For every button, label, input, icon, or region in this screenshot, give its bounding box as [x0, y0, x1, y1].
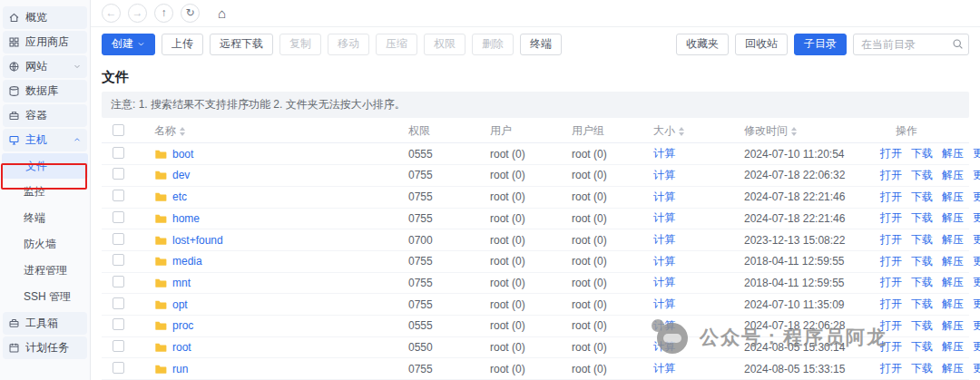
- calc-size-link[interactable]: 计算: [653, 362, 675, 375]
- terminal-button[interactable]: 终端: [520, 34, 562, 55]
- extract-link[interactable]: 解压: [942, 146, 964, 161]
- delete-button[interactable]: 删除: [472, 34, 514, 55]
- calc-size-link[interactable]: 计算: [653, 297, 675, 310]
- calc-size-link[interactable]: 计算: [653, 255, 675, 268]
- sidebar-item-website[interactable]: 网站: [3, 55, 87, 78]
- sidebar-item-monitor[interactable]: 监控: [0, 179, 90, 205]
- move-button[interactable]: 移动: [328, 34, 369, 55]
- extract-link[interactable]: 解压: [942, 361, 964, 376]
- download-link[interactable]: 下载: [911, 146, 933, 161]
- open-link[interactable]: 打开: [880, 210, 902, 226]
- open-link[interactable]: 打开: [880, 361, 902, 376]
- more-link[interactable]: 更多: [973, 210, 980, 226]
- download-link[interactable]: 下载: [911, 210, 933, 226]
- sidebar-item-container[interactable]: 容器: [3, 104, 87, 127]
- row-checkbox[interactable]: [113, 233, 124, 245]
- file-name-link[interactable]: home: [172, 212, 200, 225]
- sidebar-item-files[interactable]: 文件: [2, 153, 88, 179]
- extract-link[interactable]: 解压: [942, 232, 964, 248]
- extract-link[interactable]: 解压: [942, 190, 964, 205]
- subdirectory-button[interactable]: 子目录: [794, 34, 847, 55]
- sidebar-item-host[interactable]: 主机: [3, 129, 87, 151]
- more-link[interactable]: 更多: [973, 190, 980, 205]
- file-name-link[interactable]: proc: [172, 319, 193, 332]
- more-link[interactable]: 更多: [973, 275, 980, 290]
- forward-button[interactable]: →: [128, 4, 147, 23]
- download-link[interactable]: 下载: [911, 232, 933, 248]
- open-link[interactable]: 打开: [880, 318, 902, 334]
- more-link[interactable]: 更多: [973, 318, 980, 334]
- open-link[interactable]: 打开: [880, 339, 902, 355]
- download-link[interactable]: 下载: [911, 168, 933, 183]
- file-name-link[interactable]: run: [172, 363, 188, 375]
- download-link[interactable]: 下载: [911, 275, 933, 290]
- download-link[interactable]: 下载: [911, 361, 933, 376]
- row-checkbox[interactable]: [113, 318, 124, 330]
- calc-size-link[interactable]: 计算: [653, 276, 675, 288]
- sidebar-item-firewall[interactable]: 防火墙: [0, 231, 90, 258]
- sidebar-item-overview[interactable]: 概览: [3, 6, 87, 29]
- header-name[interactable]: 名称: [154, 123, 408, 139]
- calc-size-link[interactable]: 计算: [653, 147, 675, 160]
- recycle-bin-button[interactable]: 回收站: [735, 34, 788, 55]
- row-checkbox[interactable]: [113, 254, 124, 266]
- more-link[interactable]: 更多: [973, 168, 980, 183]
- row-checkbox[interactable]: [113, 211, 124, 223]
- extract-link[interactable]: 解压: [942, 297, 964, 312]
- more-link[interactable]: 更多: [973, 232, 980, 248]
- extract-link[interactable]: 解压: [942, 275, 964, 290]
- open-link[interactable]: 打开: [880, 146, 902, 161]
- row-checkbox[interactable]: [113, 190, 124, 201]
- file-name-link[interactable]: dev: [172, 169, 190, 181]
- download-link[interactable]: 下载: [911, 190, 933, 205]
- create-button[interactable]: 创建: [102, 34, 155, 55]
- refresh-button[interactable]: ↻: [181, 4, 200, 23]
- back-button[interactable]: ←: [102, 4, 121, 23]
- sort-icon[interactable]: [180, 127, 185, 136]
- calc-size-link[interactable]: 计算: [653, 233, 675, 246]
- row-checkbox[interactable]: [113, 276, 124, 287]
- sidebar-item-ssh[interactable]: SSH 管理: [0, 284, 90, 310]
- calc-size-link[interactable]: 计算: [653, 190, 675, 203]
- search-icon[interactable]: [952, 38, 964, 53]
- sidebar-item-appstore[interactable]: 应用商店: [3, 31, 87, 54]
- more-link[interactable]: 更多: [973, 361, 980, 376]
- open-link[interactable]: 打开: [880, 168, 902, 183]
- row-checkbox[interactable]: [113, 340, 124, 352]
- file-name-link[interactable]: lost+found: [172, 234, 223, 247]
- extract-link[interactable]: 解压: [942, 168, 964, 183]
- home-button[interactable]: ⌂: [218, 5, 226, 21]
- download-link[interactable]: 下载: [911, 339, 933, 355]
- download-link[interactable]: 下载: [911, 297, 933, 312]
- more-link[interactable]: 更多: [973, 254, 980, 269]
- remote-download-button[interactable]: 远程下载: [210, 34, 273, 55]
- open-link[interactable]: 打开: [880, 232, 902, 248]
- extract-link[interactable]: 解压: [942, 254, 964, 269]
- sidebar-item-terminal[interactable]: 终端: [0, 205, 90, 231]
- file-name-link[interactable]: mnt: [172, 277, 191, 289]
- header-mtime[interactable]: 修改时间: [744, 123, 880, 139]
- open-link[interactable]: 打开: [880, 190, 902, 205]
- sort-icon[interactable]: [679, 127, 684, 136]
- permission-button[interactable]: 权限: [424, 34, 466, 55]
- download-link[interactable]: 下载: [911, 318, 933, 334]
- file-name-link[interactable]: etc: [172, 190, 187, 203]
- more-link[interactable]: 更多: [973, 297, 980, 312]
- up-button[interactable]: ↑: [154, 4, 173, 23]
- favorites-button[interactable]: 收藏夹: [676, 34, 729, 55]
- open-link[interactable]: 打开: [880, 297, 902, 312]
- upload-button[interactable]: 上传: [162, 34, 203, 55]
- more-link[interactable]: 更多: [973, 146, 980, 161]
- open-link[interactable]: 打开: [880, 275, 902, 290]
- file-name-link[interactable]: boot: [172, 148, 193, 161]
- header-size[interactable]: 大小: [653, 123, 744, 139]
- extract-link[interactable]: 解压: [942, 339, 964, 355]
- file-name-link[interactable]: root: [172, 341, 191, 354]
- row-checkbox[interactable]: [113, 147, 124, 159]
- more-link[interactable]: 更多: [973, 339, 980, 355]
- file-name-link[interactable]: opt: [172, 298, 188, 311]
- open-link[interactable]: 打开: [880, 254, 902, 269]
- compress-button[interactable]: 压缩: [376, 34, 417, 55]
- sidebar-item-toolbox[interactable]: 工具箱: [3, 312, 87, 335]
- row-checkbox[interactable]: [113, 297, 124, 309]
